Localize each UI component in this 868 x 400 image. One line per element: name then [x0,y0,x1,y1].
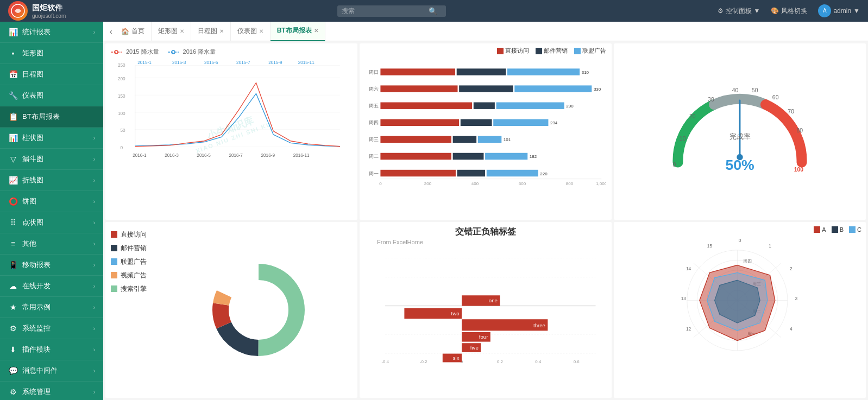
tab-close-button[interactable]: ✕ [259,28,263,34]
sidebar-item-仪表图[interactable]: 🔧 仪表图 [0,85,103,106]
sidebar-item-统计报表[interactable]: 📊 统计报表 › [0,22,103,43]
sidebar-item-柱状图[interactable]: 📊 柱状图 › [0,128,103,149]
svg-text:50%: 50% [725,157,754,174]
svg-rect-38 [380,85,457,92]
sidebar-item-在线开发[interactable]: ☁ 在线开发 › [0,276,103,297]
style-switch-link[interactable]: 🎨 风格切换 [771,7,807,16]
tab-close-button[interactable]: ✕ [314,28,318,34]
svg-text:234: 234 [550,120,558,125]
tab-close-button[interactable]: ✕ [219,28,224,34]
sidebar-item-label: 消息中间件 [22,366,58,376]
svg-text:2016-5: 2016-5 [197,153,211,158]
chevron-right-icon: › [93,220,95,226]
tab-BT布局报表[interactable]: BT布局报表 ✕ [271,22,325,41]
svg-text:70: 70 [788,109,794,115]
svg-text:60: 60 [772,94,779,100]
svg-rect-56 [493,119,548,126]
tab-矩形图[interactable]: 矩形图 ✕ [152,22,191,41]
chevron-right-icon: › [93,177,95,183]
logo-icon [8,1,28,21]
chart-icon: 📊 [8,28,18,36]
horizontal-bar-chart-svg: 周日 320 210 310 周六 330 230 [365,58,606,194]
svg-rect-45 [380,102,472,109]
bottom-left-panel: 直接访问 邮件营销 联盟广告 视频广告 [105,222,357,398]
svg-text:周三: 周三 [369,137,379,142]
svg-rect-42 [514,85,592,92]
sidebar-item-label: 折线图 [22,175,43,185]
sidebar-item-矩形图[interactable]: ▪ 矩形图 [0,43,103,64]
tab-仪表图[interactable]: 仪表图 ✕ [231,22,271,41]
svg-text:2016-11: 2016-11 [293,153,310,158]
svg-text:0.6: 0.6 [574,359,580,364]
sidebar-item-label: 其他 [22,239,36,249]
sidebar-item-常用示例[interactable]: ★ 常用示例 › [0,297,103,318]
svg-text:2: 2 [790,265,792,271]
content-grid: 2015 降水量 2016 降水量 2015-1 2015-3 2015-5 [103,41,868,400]
svg-text:周六: 周六 [369,86,379,92]
svg-rect-47 [474,102,495,109]
svg-text:20: 20 [689,114,696,120]
bar-legend-直接访问: 直接访问 [497,47,529,55]
svg-rect-70 [485,153,527,160]
sidebar-item-折线图[interactable]: 📈 折线图 › [0,170,103,191]
svg-text:600: 600 [519,181,526,186]
sidebar-item-label: 系统管理 [22,387,51,397]
waterfall-chart-panel: 交错正负轴标签 From ExcelHome -0.4 -0.2 0 0.2 [360,222,612,398]
svg-rect-63 [478,136,502,143]
chart-title: 交错正负轴标签 [366,226,605,238]
pie-icon: ⭕ [8,197,18,206]
sidebar-item-系统管理[interactable]: ⚙ 系统管理 › [0,382,103,400]
sidebar-item-label: 矩形图 [22,48,43,58]
search-icon: 🔍 [429,7,437,15]
svg-text:完成率: 完成率 [729,133,751,141]
svg-rect-75 [457,170,486,176]
svg-text:200: 200 [118,77,125,81]
svg-text:150: 150 [118,94,125,99]
tab-prev-button[interactable]: ‹ [108,27,115,36]
sidebar-item-漏斗图[interactable]: ▽ 漏斗图 › [0,149,103,170]
chevron-right-icon: › [93,304,95,310]
sidebar-item-其他[interactable]: ≡ 其他 › [0,233,103,255]
search-bar[interactable]: 🔍 [337,5,446,17]
sidebar-item-label: 在线开发 [22,281,51,291]
sidebar-item-移动报表[interactable]: 📱 移动报表 › [0,255,103,276]
rect-icon: ▪ [8,49,18,58]
svg-text:周五: 周五 [369,103,379,109]
user-chevron-icon: ▼ [853,7,860,15]
svg-text:2015-9: 2015-9 [268,60,282,65]
svg-text:15: 15 [707,243,713,249]
svg-text:101: 101 [504,137,511,142]
sidebar-item-label: 常用示例 [22,302,51,312]
svg-text:50: 50 [120,128,125,133]
legend-item-视频广告: 视频广告 [111,271,154,280]
tab-label: 首页 [131,27,144,36]
sidebar-item-BT布局报表[interactable]: 📋 BT布局报表 [0,106,103,128]
tab-首页[interactable]: 🏠 首页 [115,22,152,41]
sidebar-item-插件模块[interactable]: ⬇ 插件模块 › [0,339,103,360]
logo-main-text: 国炬软件 [32,3,66,13]
svg-rect-49 [496,102,564,109]
svg-text:2015-5: 2015-5 [204,60,218,65]
svg-text:-0.4: -0.4 [381,359,389,364]
svg-text:2015-1: 2015-1 [137,60,152,65]
chevron-right-icon: › [93,262,95,268]
logo-text-block: 国炬软件 guojusoft.com [32,3,66,19]
radar-legend-B: B [832,226,844,233]
tab-close-button[interactable]: ✕ [180,28,184,34]
user-menu[interactable]: A admin ▼ [818,4,860,17]
sidebar-item-label: 统计报表 [22,27,51,37]
search-input[interactable] [342,7,429,15]
svg-text:400: 400 [471,181,479,186]
sidebar-item-系统监控[interactable]: ⚙ 系统监控 › [0,318,103,339]
svg-rect-73 [380,170,456,176]
sidebar-item-label: BT布局报表 [22,112,60,122]
svg-text:0: 0 [120,145,123,150]
sidebar-item-日程图[interactable]: 📅 日程图 [0,64,103,85]
bar-chart-panel: 直接访问 邮件营销 联盟广告 [360,43,612,220]
tab-日程图[interactable]: 日程图 ✕ [191,22,231,41]
control-panel-link[interactable]: ⚙ 控制面板 ▼ [718,7,760,16]
sidebar-item-饼图[interactable]: ⭕ 饼图 › [0,191,103,212]
sidebar-item-消息中间件[interactable]: 💬 消息中间件 › [0,360,103,382]
sidebar-item-点状图[interactable]: ⠿ 点状图 › [0,212,103,233]
svg-text:330: 330 [594,87,601,92]
